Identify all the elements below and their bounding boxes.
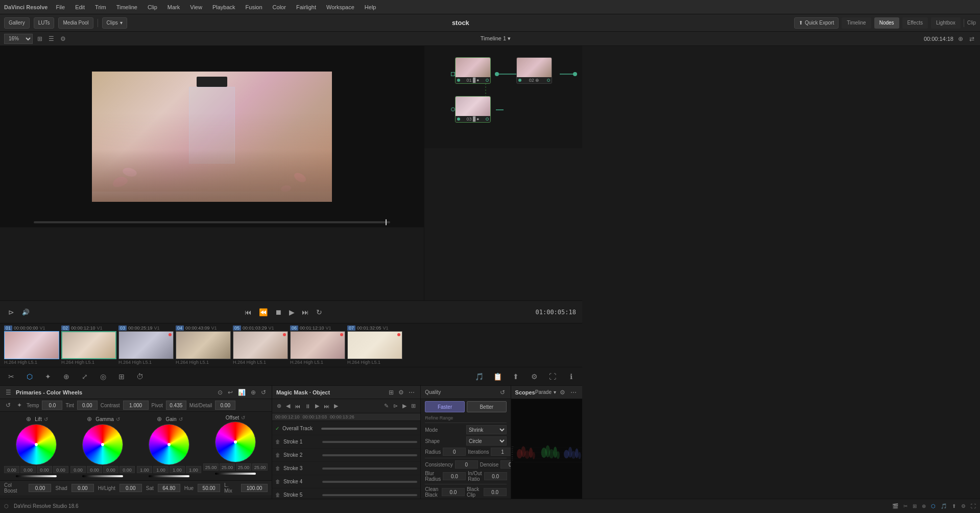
mask-play-btn[interactable]: ▶ xyxy=(314,402,321,410)
list-view-button[interactable]: ☰ xyxy=(47,35,56,43)
crop-icon-btn[interactable]: ⊕ xyxy=(59,369,74,384)
fairlight-status-icon[interactable]: 🎵 xyxy=(941,503,947,509)
fusion-status-icon[interactable]: ⊕ xyxy=(922,503,926,509)
gain-color-wheel[interactable] xyxy=(149,424,189,465)
reset-params-icon[interactable]: ↺ xyxy=(4,401,12,409)
gain-add-icon[interactable]: ⊕ xyxy=(155,415,163,423)
clip-item-01[interactable]: 01 00:00:00:00 V1 H.264 High L5.1 xyxy=(4,325,59,365)
node-03[interactable]: 03 ▊● xyxy=(455,96,491,123)
clip-item-04[interactable]: 04 00:00:43:09 V1 H.264 High L5.1 xyxy=(176,325,231,365)
media-status-icon[interactable]: 🎬 xyxy=(892,503,898,509)
gallery-button[interactable]: Gallery xyxy=(4,17,30,29)
menu-fairlight[interactable]: Fairlight xyxy=(294,3,318,11)
scopes-more-icon[interactable]: ⋯ xyxy=(569,388,578,397)
skip-start-button[interactable]: ⏮ xyxy=(243,306,254,318)
lift-reset-btn[interactable]: ↺ xyxy=(44,416,48,422)
faster-btn[interactable]: Faster xyxy=(425,401,465,412)
stabilize-icon-btn[interactable]: ◎ xyxy=(96,369,110,384)
quick-export-button[interactable]: ⬆ Quick Export xyxy=(794,17,839,29)
gamma-slider[interactable] xyxy=(82,475,123,477)
mid-detail-input[interactable]: 0.00 xyxy=(215,401,235,410)
mask-cursor-icon[interactable]: ⊳ xyxy=(392,402,399,410)
sat-input[interactable] xyxy=(158,484,180,492)
tracker-icon-btn[interactable]: ⊞ xyxy=(114,369,129,384)
clip-item-02[interactable]: 02 00:00:12:10 V1 H.264 High L5.1 xyxy=(61,325,116,365)
skip-end-button[interactable]: ⏭ xyxy=(300,306,311,318)
cut-status-icon[interactable]: ✂ xyxy=(903,503,907,509)
gamma-reset-btn[interactable]: ↺ xyxy=(116,416,120,422)
hue-input[interactable] xyxy=(198,484,220,492)
luts-button[interactable]: LUTs xyxy=(34,17,55,29)
denoise-input[interactable] xyxy=(500,460,511,469)
iterations-input[interactable] xyxy=(491,448,511,456)
sync-icon[interactable]: ⇄ xyxy=(968,35,976,43)
stroke3-delete-btn[interactable]: 🗑 xyxy=(275,465,280,471)
scopes-settings-icon[interactable]: ⚙ xyxy=(558,388,567,397)
menu-view[interactable]: View xyxy=(188,3,204,11)
offset-slider[interactable] xyxy=(215,473,256,475)
gamma-color-wheel[interactable] xyxy=(82,424,123,465)
pivot-input[interactable]: 0.435 xyxy=(166,401,186,410)
play-button[interactable]: ▶ xyxy=(287,306,297,318)
grid-view-button[interactable]: ⊞ xyxy=(36,35,44,43)
clip-item-03[interactable]: 03 00:00:25:19 V1 H.264 High L5.1 xyxy=(118,325,174,365)
media-icon-btn[interactable]: 🎵 xyxy=(472,369,486,384)
timeline-icon-btn[interactable]: 📋 xyxy=(490,369,505,384)
effects-tab-button[interactable]: Effects xyxy=(902,17,928,29)
mask-play2-icon[interactable]: ▶ xyxy=(401,402,408,410)
mask-more-icon[interactable]: ⋯ xyxy=(407,388,416,397)
blur-radius-input[interactable] xyxy=(443,472,466,480)
stop-button[interactable]: ⏹ xyxy=(273,306,284,318)
mode-select[interactable]: Shrink Expand xyxy=(466,425,507,434)
mask-settings-icon[interactable]: ⚙ xyxy=(397,388,405,397)
tint-input[interactable]: 0.00 xyxy=(77,401,98,410)
clean-black-input[interactable] xyxy=(442,488,465,496)
info-icon-btn[interactable]: ℹ xyxy=(564,369,578,384)
stroke5-delete-btn[interactable]: 🗑 xyxy=(275,492,280,498)
menu-mark[interactable]: Mark xyxy=(165,3,182,11)
cut-icon-btn[interactable]: ✂ xyxy=(4,369,18,384)
black-clip-input[interactable] xyxy=(484,488,507,496)
stroke2-delete-btn[interactable]: 🗑 xyxy=(275,452,280,458)
settings-button[interactable]: ⚙ xyxy=(59,35,67,43)
color-status-icon active[interactable]: ⬡ xyxy=(931,503,936,509)
stroke1-delete-btn[interactable]: 🗑 xyxy=(275,439,280,445)
menu-color[interactable]: Color xyxy=(271,3,288,11)
magic-wand-icon-btn[interactable]: ✦ xyxy=(41,369,55,384)
menu-playback[interactable]: Playback xyxy=(210,3,237,11)
fullscreen-status-icon[interactable]: ⛶ xyxy=(971,503,976,509)
menu-file[interactable]: File xyxy=(54,3,67,11)
mask-pause-btn[interactable]: ⏸ xyxy=(303,403,312,410)
mask-next-btn[interactable]: ▶ xyxy=(332,402,340,410)
gain-slider[interactable] xyxy=(149,475,189,477)
export-icon-btn[interactable]: ⬆ xyxy=(509,369,523,384)
scope-toggle-icon[interactable]: 📊 xyxy=(236,388,247,397)
clip-item-07[interactable]: 07 00:01:32:05 V1 H.264 High L5.1 xyxy=(347,325,402,365)
offset-color-wheel[interactable] xyxy=(215,422,256,462)
color-icon-btn[interactable]: ⬡ xyxy=(22,369,37,384)
davinci-icon-btn[interactable]: ⬡ xyxy=(4,503,9,509)
primaries-menu-icon[interactable]: ☰ xyxy=(4,388,13,397)
hilight-input[interactable] xyxy=(119,484,142,492)
mask-forward-btn[interactable]: ⏭ xyxy=(322,403,331,410)
menu-workspace[interactable]: Workspace xyxy=(324,3,356,11)
better-btn[interactable]: Better xyxy=(467,401,507,412)
mark-in-button[interactable]: ⊳ xyxy=(6,306,16,318)
l-mix-input[interactable] xyxy=(241,484,268,492)
clip-item-05[interactable]: 05 00:01:03:29 V1 H.264 High L5.1 xyxy=(233,325,288,365)
fullscreen-icon-btn[interactable]: ⛶ xyxy=(545,369,560,384)
auto-icon[interactable]: ⊙ xyxy=(216,388,224,397)
consistency-input[interactable] xyxy=(455,460,478,469)
shape-select[interactable]: Circle Square xyxy=(466,436,507,446)
menu-fusion[interactable]: Fusion xyxy=(244,3,265,11)
node-02[interactable]: 02 ⊕ xyxy=(516,57,552,84)
zoom-icon[interactable]: ⊕ xyxy=(249,388,257,397)
offset-reset-btn[interactable]: ↺ xyxy=(241,415,245,421)
radius-input[interactable] xyxy=(443,448,466,456)
mask-grid-icon[interactable]: ⊞ xyxy=(410,402,417,410)
temp-input[interactable]: 0.0 xyxy=(42,401,62,410)
shad-input[interactable] xyxy=(71,484,94,492)
gamma-crosshair-icon[interactable]: ⊕ xyxy=(85,415,93,423)
in-out-input[interactable] xyxy=(484,472,507,480)
more-icon[interactable]: ↺ xyxy=(259,388,268,397)
